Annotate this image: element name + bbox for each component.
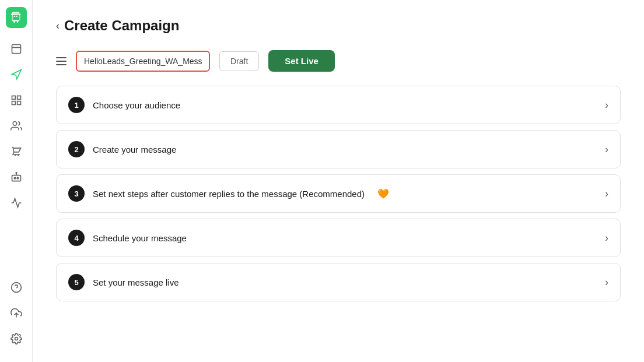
svg-point-6 bbox=[13, 122, 17, 126]
sidebar-item-shop[interactable] bbox=[5, 140, 28, 163]
step-2-row[interactable]: 2 Create your message › bbox=[56, 130, 621, 168]
step-1-chevron: › bbox=[605, 99, 608, 111]
step-3-number: 3 bbox=[68, 185, 85, 202]
step-4-label: Schedule your message bbox=[93, 233, 187, 243]
sidebar-item-analytics[interactable] bbox=[5, 191, 28, 215]
set-live-button[interactable]: Set Live bbox=[268, 50, 335, 72]
step-1-left: 1 Choose your audience bbox=[68, 97, 180, 113]
step-1-label: Choose your audience bbox=[93, 100, 180, 110]
svg-rect-7 bbox=[12, 175, 20, 181]
back-button[interactable]: ‹ bbox=[56, 20, 60, 32]
sidebar-item-help[interactable] bbox=[5, 276, 28, 299]
export-icon bbox=[10, 307, 22, 319]
sidebar-item-campaigns[interactable] bbox=[5, 63, 28, 86]
sidebar-item-grid[interactable] bbox=[5, 89, 28, 112]
bot-icon bbox=[10, 171, 22, 183]
main-content: ‹ Create Campaign Draft Set Live 1 Choos… bbox=[33, 0, 644, 362]
step-5-row[interactable]: 5 Set your message live › bbox=[56, 263, 621, 301]
svg-rect-0 bbox=[12, 45, 20, 54]
sidebar bbox=[0, 0, 33, 362]
step-3-left: 3 Set next steps after customer replies … bbox=[68, 185, 389, 202]
app-logo[interactable] bbox=[6, 7, 27, 28]
help-icon bbox=[10, 282, 22, 293]
campaigns-icon bbox=[10, 69, 22, 80]
step-5-chevron: › bbox=[605, 276, 608, 289]
inbox-icon bbox=[10, 43, 22, 55]
draft-button[interactable]: Draft bbox=[219, 51, 259, 71]
step-2-label: Create your message bbox=[93, 145, 176, 154]
sidebar-item-export[interactable] bbox=[5, 301, 28, 325]
step-4-number: 4 bbox=[68, 230, 85, 246]
page-header: ‹ Create Campaign bbox=[56, 17, 621, 34]
shop-icon bbox=[10, 146, 22, 157]
step-5-label: Set your message live bbox=[93, 277, 179, 287]
step-3-row[interactable]: 3 Set next steps after customer replies … bbox=[56, 174, 621, 213]
svg-rect-5 bbox=[17, 101, 20, 105]
step-2-chevron: › bbox=[605, 143, 608, 156]
step-4-row[interactable]: 4 Schedule your message › bbox=[56, 219, 621, 257]
step-1-row[interactable]: 1 Choose your audience › bbox=[56, 86, 621, 124]
heart-icon: 🧡 bbox=[377, 188, 389, 199]
svg-rect-4 bbox=[12, 101, 15, 105]
step-5-left: 5 Set your message live bbox=[68, 274, 179, 290]
sidebar-item-inbox[interactable] bbox=[5, 37, 28, 61]
contacts-icon bbox=[10, 120, 22, 132]
sidebar-item-contacts[interactable] bbox=[5, 114, 28, 138]
step-4-left: 4 Schedule your message bbox=[68, 230, 187, 246]
svg-rect-3 bbox=[17, 96, 20, 100]
step-4-chevron: › bbox=[605, 232, 608, 244]
step-5-number: 5 bbox=[68, 274, 85, 290]
campaign-name-input[interactable] bbox=[76, 51, 210, 72]
steps-container: 1 Choose your audience › 2 Create your m… bbox=[56, 86, 621, 301]
svg-point-9 bbox=[17, 177, 19, 179]
page-title: Create Campaign bbox=[64, 17, 179, 34]
step-3-chevron: › bbox=[605, 188, 608, 200]
sidebar-item-settings[interactable] bbox=[5, 327, 28, 350]
sidebar-bottom bbox=[5, 276, 28, 355]
grid-icon bbox=[10, 94, 22, 106]
logo-icon bbox=[10, 11, 23, 24]
step-2-number: 2 bbox=[68, 141, 85, 157]
step-2-left: 2 Create your message bbox=[68, 141, 176, 157]
step-1-number: 1 bbox=[68, 97, 85, 113]
svg-point-8 bbox=[14, 177, 16, 179]
toolbar-row: Draft Set Live bbox=[56, 50, 621, 72]
hamburger-button[interactable] bbox=[56, 57, 66, 65]
settings-icon bbox=[10, 333, 22, 345]
svg-point-14 bbox=[15, 338, 18, 340]
step-3-label: Set next steps after customer replies to… bbox=[93, 189, 365, 199]
svg-rect-2 bbox=[12, 96, 15, 100]
sidebar-item-bot[interactable] bbox=[5, 166, 28, 189]
analytics-icon bbox=[10, 197, 22, 209]
svg-point-10 bbox=[16, 173, 17, 174]
